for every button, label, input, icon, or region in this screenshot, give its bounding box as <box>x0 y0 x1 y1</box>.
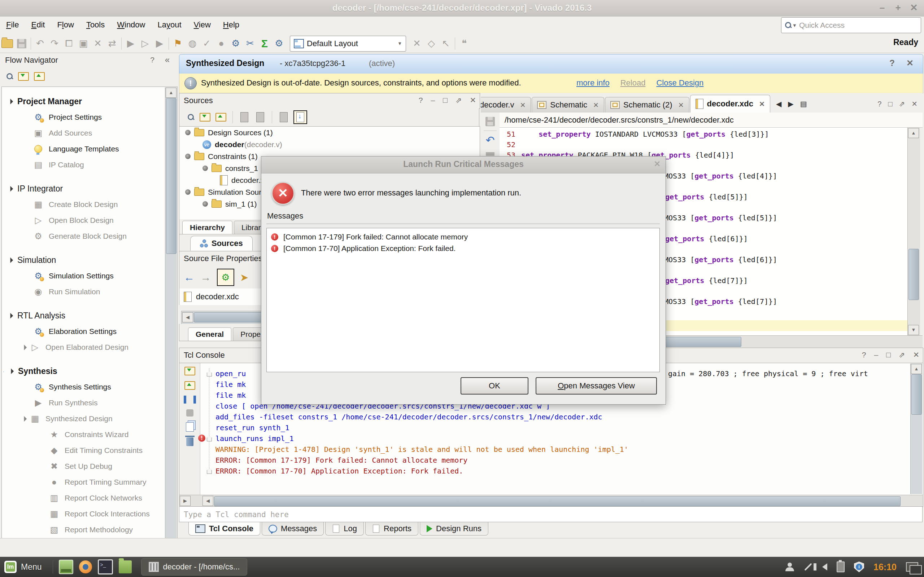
tab-design-runs[interactable]: Design Runs <box>420 522 488 535</box>
dialog-close-icon[interactable]: ✕ <box>654 160 661 169</box>
flownav-item-edit-timing-constraints[interactable]: ◆Edit Timing Constraints <box>2 443 177 458</box>
save-file-icon[interactable] <box>485 117 495 126</box>
pen-tray-icon[interactable] <box>804 563 812 571</box>
scroll-right-icon[interactable]: ▶ <box>180 496 191 506</box>
flownav-item-synthesized-design[interactable]: ▦Synthesized Design <box>2 411 177 427</box>
section-expander-icon[interactable] <box>8 313 13 318</box>
flownav-item-report-timing-summary[interactable]: ●Report Timing Summary <box>2 474 177 490</box>
banner-link-more-info[interactable]: more info <box>577 78 610 88</box>
menu-help[interactable]: Help <box>217 16 246 33</box>
fold-marker-icon[interactable] <box>207 371 212 377</box>
tree-expander-icon[interactable] <box>185 130 191 135</box>
collapse-panel-icon[interactable]: « <box>165 55 170 65</box>
firefox-icon[interactable] <box>79 561 92 574</box>
flownav-item-project-settings[interactable]: ⚙Project Settings <box>2 109 177 125</box>
workspace-switcher-icon[interactable] <box>906 562 918 572</box>
show-desktop-icon[interactable] <box>59 560 73 574</box>
close-button[interactable]: ✕ <box>907 2 921 13</box>
menu-tools[interactable]: Tools <box>80 16 111 33</box>
pause-icon[interactable]: ◍ <box>185 36 200 51</box>
dialog-title-bar[interactable]: Launch Run Critical Messages ✕ <box>261 156 666 174</box>
maximize-icon[interactable]: □ <box>886 351 891 359</box>
close-tab-icon[interactable]: ✕ <box>520 101 525 109</box>
copy-icon[interactable] <box>186 422 194 432</box>
section-expander-icon[interactable] <box>8 186 13 192</box>
probe-off-icon[interactable]: ◇ <box>424 36 439 51</box>
flownav-item-report-clock-networks[interactable]: ▥Report Clock Networks <box>2 490 177 506</box>
scroll-left-icon[interactable]: ◀ <box>182 312 193 322</box>
taskbar-window-button[interactable]: decoder - [/home/cs... <box>141 558 247 575</box>
scroll-left-icon[interactable]: ◀ <box>202 496 213 506</box>
collapse-all-icon[interactable] <box>200 113 210 121</box>
section-expander-icon[interactable] <box>8 368 14 374</box>
console-hscrollbar[interactable]: ◀ ▶ <box>179 495 923 507</box>
scroll-thumb[interactable] <box>214 496 901 506</box>
undo-icon[interactable]: ↶ <box>481 134 499 147</box>
expand-all-icon[interactable] <box>184 381 195 390</box>
maximize-icon[interactable]: □ <box>443 96 447 105</box>
close-tab-icon[interactable]: ✕ <box>593 101 599 109</box>
close-icon[interactable]: ✕ <box>911 100 918 108</box>
tcl-command-input[interactable] <box>179 507 913 522</box>
select-cursor-icon[interactable]: ➤ <box>240 272 248 284</box>
tree-expander-icon[interactable] <box>185 189 191 195</box>
status-icon[interactable]: ● <box>214 36 228 51</box>
editor-tab-schematic-2-[interactable]: Schematic (2)✕ <box>605 97 690 113</box>
flow-navigator-scrollbar[interactable]: ▲ ▼ <box>165 87 177 553</box>
flownav-section-ip-integrator[interactable]: IP Integrator <box>2 181 177 197</box>
add-sources-icon[interactable] <box>256 112 264 122</box>
scroll-down-icon[interactable]: ▼ <box>908 325 919 335</box>
float-icon[interactable]: ⇗ <box>899 351 905 359</box>
flownav-section-project-manager[interactable]: Project Manager <box>2 93 177 109</box>
find-replace-icon[interactable]: ⇄ <box>105 36 120 51</box>
report-sigma-icon[interactable]: Σ <box>257 36 272 51</box>
maximize-button[interactable]: + <box>891 2 905 13</box>
project-settings-gears-icon[interactable]: ⚙ <box>228 36 243 51</box>
scroll-up-icon[interactable]: ▲ <box>908 128 919 138</box>
tab-tcl-console[interactable]: Tcl Console <box>188 522 260 535</box>
menu-window[interactable]: Window <box>111 16 151 33</box>
mint-menu-icon[interactable]: lm <box>4 561 16 573</box>
tab-general[interactable]: General <box>188 327 231 341</box>
console-vscrollbar[interactable]: ▲ <box>910 364 922 494</box>
select-off-icon[interactable]: ↖ <box>439 36 453 51</box>
copy-icon[interactable]: ⧠ <box>62 36 76 51</box>
flownav-item-language-templates[interactable]: Language Templates <box>2 141 177 157</box>
float-icon[interactable]: ⇗ <box>456 96 462 105</box>
tab-reports[interactable]: Reports <box>365 522 418 535</box>
editor-tab-decoder-v[interactable]: decoder.v✕ <box>481 97 531 113</box>
close-design-icon[interactable]: ✕ <box>906 58 914 68</box>
collapse-all-icon[interactable] <box>18 72 29 81</box>
flownav-item-add-sources[interactable]: ▣Add Sources <box>2 125 177 141</box>
editor-vscrollbar[interactable]: ▲ ▼ <box>908 128 920 335</box>
fold-marker-icon[interactable] <box>207 436 212 442</box>
scroll-up-icon[interactable]: ▲ <box>911 364 922 374</box>
tab-hierarchy[interactable]: Hierarchy <box>182 221 233 234</box>
validate-icon[interactable]: ✓ <box>200 36 214 51</box>
flownav-section-simulation[interactable]: Simulation <box>2 252 177 268</box>
float-icon[interactable]: ⇗ <box>899 100 905 108</box>
section-expander-icon[interactable] <box>8 257 13 263</box>
scroll-thumb[interactable] <box>908 249 919 300</box>
back-icon[interactable]: ← <box>184 271 195 284</box>
minimize-icon[interactable]: – <box>874 351 878 359</box>
maximize-icon[interactable]: □ <box>888 100 892 108</box>
tree-expander-icon[interactable] <box>202 201 208 206</box>
ok-button[interactable]: OK <box>460 377 528 395</box>
menu-file[interactable]: File <box>0 16 25 33</box>
editor-tab-decoder-xdc[interactable]: decoder.xdc✕ <box>690 95 770 113</box>
terminal-icon[interactable] <box>98 559 113 574</box>
redo-icon[interactable]: ↷ <box>47 36 62 51</box>
run-icon[interactable]: ▷ <box>138 36 152 51</box>
quick-access-search[interactable]: ▼ Quick Access <box>781 17 921 33</box>
minimize-icon[interactable]: – <box>431 96 435 105</box>
flownav-item-run-synthesis[interactable]: ▶Run Synthesis <box>2 395 177 411</box>
help-icon[interactable]: ? <box>877 100 881 108</box>
expand-all-icon[interactable] <box>34 72 45 81</box>
clock[interactable]: 16:10 <box>874 562 897 572</box>
flownav-item-constraints-wizard[interactable]: ★Constraints Wizard <box>2 427 177 443</box>
layout-dropdown[interactable]: Default Layout▼ <box>290 36 406 52</box>
scroll-to-selected-icon[interactable] <box>296 112 304 122</box>
flownav-item-create-block-design[interactable]: ▦Create Block Design <box>2 197 177 213</box>
open-project-icon[interactable] <box>0 36 15 51</box>
